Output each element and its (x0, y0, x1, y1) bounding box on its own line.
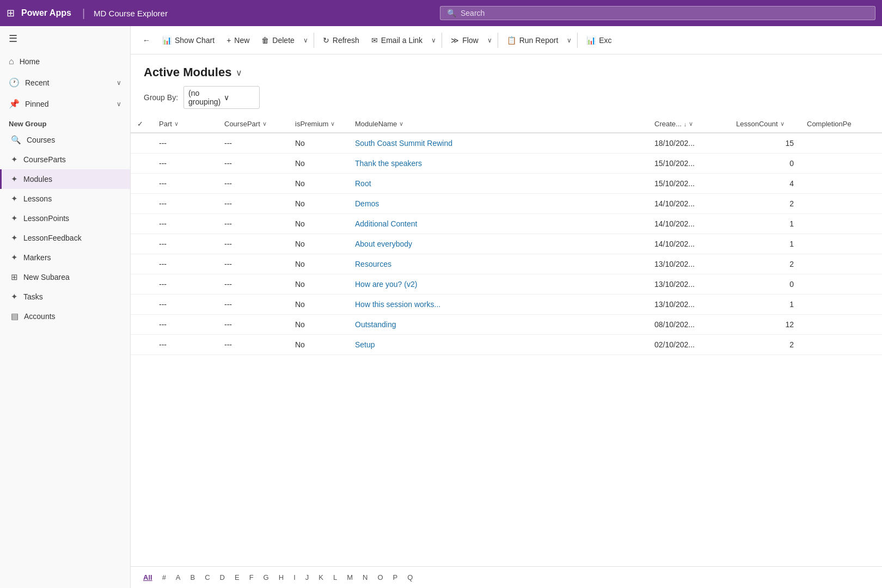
table-row[interactable]: --- --- No Demos 14/10/202... 2 (131, 194, 882, 214)
email-more-button[interactable]: ∨ (429, 33, 438, 47)
pagination-letter[interactable]: C (201, 571, 213, 584)
col-modulename[interactable]: ModuleName ∨ (348, 115, 648, 133)
pagination-letter[interactable]: K (315, 571, 327, 584)
pagination-letter[interactable]: L (329, 571, 341, 584)
table-row[interactable]: --- --- No Setup 02/10/202... 2 (131, 335, 882, 355)
row-check[interactable] (131, 214, 152, 234)
table-row[interactable]: --- --- No How this session works... 13/… (131, 295, 882, 315)
row-modulename[interactable]: Resources (348, 254, 648, 274)
sidebar-item-accounts[interactable]: ▤ Accounts (0, 307, 130, 326)
flow-more-button[interactable]: ∨ (485, 33, 494, 47)
col-completionpe[interactable]: CompletionPe (800, 115, 882, 133)
row-check[interactable] (131, 194, 152, 214)
pagination-letter[interactable]: A (172, 571, 185, 584)
email-link-button[interactable]: ✉ Email a Link (366, 33, 428, 48)
group-by-select[interactable]: (no grouping) ∨ (183, 86, 260, 109)
sidebar-item-label: Home (20, 57, 121, 66)
col-check[interactable]: ✓ (131, 115, 152, 133)
sidebar-item-newsubarea[interactable]: ⊞ New Subarea (0, 267, 130, 287)
run-report-more-button[interactable]: ∨ (565, 33, 574, 47)
row-completionpe (800, 254, 882, 274)
row-modulename[interactable]: South Coast Summit Rewind (348, 133, 648, 154)
table-row[interactable]: --- --- No Outstanding 08/10/202... 12 (131, 315, 882, 335)
table-row[interactable]: --- --- No About everybody 14/10/202... … (131, 234, 882, 254)
row-modulename[interactable]: Root (348, 174, 648, 194)
sidebar-item-pinned[interactable]: 📌 Pinned ∨ (0, 93, 130, 114)
pagination-letter[interactable]: G (260, 571, 273, 584)
header-divider: | (82, 7, 85, 20)
row-check[interactable] (131, 295, 152, 315)
row-lessoncount: 2 (730, 194, 800, 214)
page-title-chevron-icon[interactable]: ∨ (236, 68, 242, 78)
row-modulename[interactable]: Thank the speakers (348, 154, 648, 174)
sidebar-item-recent[interactable]: 🕐 Recent ∨ (0, 72, 130, 93)
sidebar-item-courseparts[interactable]: ✦ CourseParts (0, 150, 130, 169)
pagination-letter[interactable]: All (139, 571, 156, 584)
delete-button[interactable]: 🗑 Delete (256, 33, 299, 48)
sidebar-item-markers[interactable]: ✦ Markers (0, 248, 130, 267)
row-check[interactable] (131, 154, 152, 174)
pagination-letter[interactable]: M (343, 571, 357, 584)
sidebar-item-tasks[interactable]: ✦ Tasks (0, 287, 130, 307)
back-button[interactable]: ← (137, 33, 156, 48)
row-check[interactable] (131, 335, 152, 355)
table-row[interactable]: --- --- No South Coast Summit Rewind 18/… (131, 133, 882, 154)
row-modulename[interactable]: Setup (348, 335, 648, 355)
table-row[interactable]: --- --- No Root 15/10/202... 4 (131, 174, 882, 194)
search-bar[interactable]: 🔍 (440, 6, 875, 20)
excel-button[interactable]: 📊 Exc (581, 33, 617, 48)
pagination-letter[interactable]: B (187, 571, 199, 584)
row-modulename[interactable]: How are you? (v2) (348, 274, 648, 295)
row-modulename[interactable]: How this session works... (348, 295, 648, 315)
col-lessoncount[interactable]: LessonCount ∨ (730, 115, 800, 133)
col-part[interactable]: Part ∨ (152, 115, 218, 133)
row-coursepart: --- (218, 194, 289, 214)
row-modulename[interactable]: Demos (348, 194, 648, 214)
pagination-letter[interactable]: O (373, 571, 387, 584)
new-button[interactable]: + New (221, 33, 255, 48)
col-coursepart[interactable]: CoursePart ∨ (218, 115, 289, 133)
flow-button[interactable]: ≫ Flow (445, 33, 484, 48)
table-row[interactable]: --- --- No Additional Content 14/10/202.… (131, 214, 882, 234)
col-ispremium[interactable]: isPremium ∨ (289, 115, 348, 133)
row-modulename[interactable]: Outstanding (348, 315, 648, 335)
refresh-button[interactable]: ↻ Refresh (317, 33, 365, 48)
sidebar-item-lessonfeedback[interactable]: ✦ LessonFeedback (0, 228, 130, 248)
sidebar-item-home[interactable]: ⌂ Home (0, 51, 130, 72)
pagination-letter[interactable]: J (302, 571, 313, 584)
table-row[interactable]: --- --- No Resources 13/10/202... 2 (131, 254, 882, 274)
sidebar-item-courses[interactable]: 🔍 Courses (0, 130, 130, 150)
pagination-letter[interactable]: E (231, 571, 243, 584)
table-row[interactable]: --- --- No How are you? (v2) 13/10/202..… (131, 274, 882, 295)
search-input[interactable] (461, 9, 868, 17)
run-report-button[interactable]: 📋 Run Report (501, 33, 564, 48)
show-chart-button[interactable]: 📊 Show Chart (157, 33, 220, 48)
sidebar-item-modules[interactable]: ✦ Modules (0, 169, 130, 189)
sidebar-item-lessons[interactable]: ✦ Lessons (0, 189, 130, 209)
row-check[interactable] (131, 315, 152, 335)
pagination-letter[interactable]: P (389, 571, 402, 584)
sidebar-item-label: Courses (27, 136, 55, 144)
row-check[interactable] (131, 133, 152, 154)
pagination-letter[interactable]: H (275, 571, 287, 584)
row-check[interactable] (131, 234, 152, 254)
row-modulename[interactable]: About everybody (348, 234, 648, 254)
sidebar-item-lessonpoints[interactable]: ✦ LessonPoints (0, 209, 130, 228)
row-check[interactable] (131, 174, 152, 194)
delete-more-button[interactable]: ∨ (301, 33, 310, 47)
row-ispremium: No (289, 214, 348, 234)
col-created[interactable]: Create... ↓ ∨ (648, 115, 730, 133)
pagination-letter[interactable]: # (158, 571, 170, 584)
row-check[interactable] (131, 254, 152, 274)
pagination-letter[interactable]: N (359, 571, 371, 584)
pagination-letter[interactable]: F (246, 571, 258, 584)
pagination-letter[interactable]: I (290, 571, 299, 584)
pagination-letter[interactable]: D (216, 571, 229, 584)
table-row[interactable]: --- --- No Thank the speakers 15/10/202.… (131, 154, 882, 174)
row-lessoncount: 1 (730, 234, 800, 254)
pagination-letter[interactable]: Q (403, 571, 416, 584)
row-modulename[interactable]: Additional Content (348, 214, 648, 234)
row-check[interactable] (131, 274, 152, 295)
grid-icon[interactable]: ⊞ (7, 7, 15, 19)
hamburger-icon[interactable]: ☰ (9, 33, 17, 44)
